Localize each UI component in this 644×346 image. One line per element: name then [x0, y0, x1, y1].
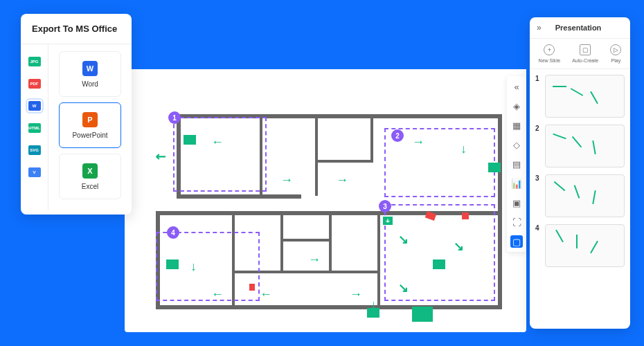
- format-svg[interactable]: SVG: [28, 145, 41, 155]
- wall: [177, 194, 301, 199]
- arrow-icon: ←: [211, 135, 224, 149]
- wall: [377, 211, 380, 308]
- wall: [315, 114, 318, 196]
- action-label: Play: [611, 58, 621, 63]
- chart-icon[interactable]: 📊: [510, 177, 523, 190]
- export-app-list: WWordPPowerPointXExcel: [48, 44, 132, 210]
- presentation-panel: » Presentation +New Slide▢Auto-Create▷Pl…: [530, 17, 630, 329]
- slide-number: 1: [535, 75, 541, 118]
- arrow-icon: →: [412, 135, 424, 149]
- arrow-icon: ←: [211, 287, 224, 302]
- collapse-panel-icon[interactable]: »: [537, 23, 542, 33]
- app-label: Excel: [82, 183, 98, 190]
- slide-list: 1234: [530, 69, 630, 329]
- wall: [280, 239, 332, 242]
- arrow-icon: ↘: [398, 232, 409, 247]
- export-format-list: JPGPDFWHTMLSVGV: [21, 44, 48, 210]
- slide-thumb-2[interactable]: [545, 125, 625, 167]
- wall: [315, 160, 373, 163]
- slide-number: 4: [535, 224, 541, 267]
- slide-thumb-3[interactable]: [545, 174, 625, 217]
- app-card-powerpoint[interactable]: PPowerPoint: [59, 102, 121, 148]
- slide-number: 2: [535, 125, 541, 167]
- arrow-icon: →: [350, 287, 362, 302]
- wall: [498, 211, 502, 308]
- grid-tool-icon[interactable]: ▦: [510, 119, 523, 131]
- format-html[interactable]: HTML: [28, 123, 41, 133]
- assembly-point-icon: [412, 307, 433, 322]
- first-aid-icon: +: [383, 217, 393, 225]
- floor-plan: 1 2 3 4 ← ↙ → → → ↓ ↓ ← ← → → ↘ ↘ ↘ ↓ +: [135, 107, 516, 315]
- pres-action-new-slide[interactable]: +New Slide: [539, 44, 561, 63]
- fullscreen-icon[interactable]: ⛶: [510, 216, 523, 228]
- word-icon: W: [82, 61, 98, 76]
- format-v[interactable]: V: [28, 167, 41, 177]
- fill-tool-icon[interactable]: ◈: [510, 100, 523, 112]
- export-panel: Export To MS Office JPGPDFWHTMLSVGV WWor…: [21, 14, 132, 215]
- arrow-icon: ↘: [454, 239, 464, 254]
- slide-item: 4: [535, 224, 625, 267]
- format-jpg[interactable]: JPG: [28, 57, 41, 66]
- route-1: [173, 117, 267, 192]
- marker-1[interactable]: 1: [168, 111, 181, 124]
- slide-item: 3: [535, 174, 625, 217]
- action-label: Auto-Create: [572, 58, 598, 63]
- action-icon: +: [544, 44, 555, 55]
- exit-sign-icon: [488, 163, 501, 172]
- collapse-icon[interactable]: «: [510, 80, 523, 93]
- slide-thumb-4[interactable]: [545, 224, 625, 267]
- app-label: Word: [82, 80, 98, 88]
- slide-thumb-1[interactable]: [545, 75, 625, 118]
- powerpoint-icon: P: [82, 112, 98, 127]
- pres-action-play[interactable]: ▷Play: [610, 44, 621, 63]
- page-icon[interactable]: ▤: [510, 158, 523, 170]
- slide-item: 2: [535, 125, 625, 167]
- action-label: New Slide: [539, 58, 561, 63]
- arrow-icon: ↓: [460, 142, 467, 156]
- fire-alarm-icon: [462, 212, 469, 219]
- format-w[interactable]: W: [28, 101, 41, 111]
- wall: [156, 305, 502, 309]
- fire-equipment-icon: [249, 284, 255, 291]
- arrow-icon: ↓: [190, 260, 197, 274]
- presentation-actions: +New Slide▢Auto-Create▷Play: [530, 39, 630, 69]
- exit-sign-icon: [184, 135, 196, 145]
- arrow-icon: →: [308, 253, 321, 267]
- app-label: PowerPoint: [72, 131, 107, 139]
- arrow-icon: ↙: [152, 147, 170, 165]
- app-card-excel[interactable]: XExcel: [59, 154, 121, 199]
- exit-sign-icon: [367, 308, 379, 318]
- pres-action-auto-create[interactable]: ▢Auto-Create: [572, 44, 598, 63]
- marker-2[interactable]: 2: [391, 129, 404, 142]
- wall: [370, 114, 373, 163]
- slide-number: 3: [535, 174, 541, 217]
- action-icon: ▷: [610, 44, 621, 55]
- arrow-icon: →: [280, 173, 293, 188]
- marker-4[interactable]: 4: [167, 226, 179, 239]
- exit-sign-icon: [433, 260, 445, 269]
- action-icon: ▢: [580, 44, 591, 55]
- app-card-word[interactable]: WWord: [59, 51, 121, 97]
- arrow-icon: →: [336, 173, 348, 188]
- slide-item: 1: [535, 75, 625, 118]
- excel-icon: X: [82, 163, 98, 179]
- arrow-icon: ↘: [398, 280, 409, 295]
- marker-3[interactable]: 3: [379, 200, 391, 212]
- export-title: Export To MS Office: [21, 14, 132, 44]
- presentation-title: Presentation: [555, 24, 602, 32]
- image-tool-icon[interactable]: ▣: [510, 197, 523, 209]
- wall: [280, 211, 283, 273]
- arrow-icon: ←: [260, 287, 272, 302]
- exit-sign-icon: [166, 260, 179, 269]
- presentation-tool-icon[interactable]: ▢: [510, 235, 523, 248]
- right-tool-strip: « ◈ ▦ ◇ ▤ 📊 ▣ ⛶ ▢: [507, 76, 526, 252]
- wall: [329, 211, 332, 273]
- layers-icon[interactable]: ◇: [510, 138, 523, 151]
- format-pdf[interactable]: PDF: [28, 79, 41, 89]
